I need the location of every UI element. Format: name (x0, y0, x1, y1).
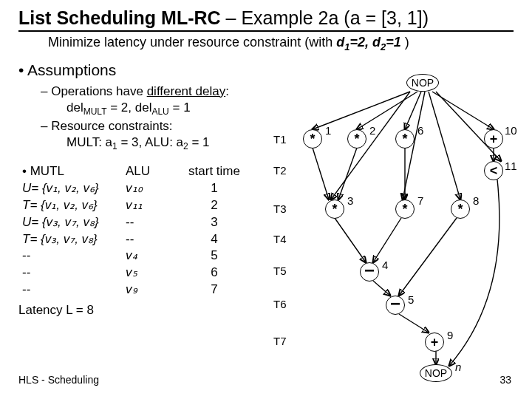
tlabel-6: T6 (273, 298, 287, 310)
svg-line-16 (399, 314, 429, 332)
lbl-10: 10 (505, 124, 517, 137)
svg-line-15 (399, 218, 457, 296)
a2l2c: = 1 (188, 135, 210, 149)
r5c1: -- (22, 265, 126, 282)
tlabel-1: T1 (273, 133, 287, 146)
r2c2: -- (126, 214, 177, 231)
tlabel-4: T4 (273, 233, 287, 245)
nop-bottom: NOP (420, 364, 452, 382)
svg-line-5 (429, 92, 460, 200)
sub-mult: MULT (83, 106, 107, 117)
th-mult: • MUTL (22, 163, 126, 180)
node-2: * (347, 129, 366, 149)
svg-line-12 (335, 218, 366, 262)
svg-line-9 (338, 148, 357, 200)
r0c3: 1 (177, 180, 251, 197)
table-row: U= {v₃, v₇, v₈}--3 (22, 214, 292, 231)
assume-1a: – Operations have (41, 84, 147, 98)
r2c3: 3 (177, 214, 251, 231)
tlabel-2: T2 (273, 164, 287, 177)
node-9: + (425, 332, 444, 352)
dag-edges (281, 74, 525, 384)
footer-left: HLS - Scheduling (18, 374, 99, 386)
table-row: T= {v₁, v₂, v₆}v₁₁2 (22, 197, 292, 214)
tlabel-5: T5 (273, 265, 287, 277)
r5c3: 6 (177, 265, 251, 282)
table-row: T= {v₃, v₇, v₈}--4 (22, 231, 292, 248)
a2l2b: = 3, ALU: a (117, 135, 183, 149)
node-10: + (484, 129, 503, 149)
sub-a2: 2 (183, 141, 188, 151)
node-1: * (303, 129, 322, 149)
svg-line-14 (373, 281, 390, 296)
r4c2: v₄ (126, 248, 177, 265)
subtitle-e: ) (401, 35, 409, 50)
svg-line-8 (313, 148, 329, 200)
page-title: List Scheduling ML-RC – Example 2a (a = … (18, 7, 514, 32)
assumptions-heading: • Assumptions (18, 61, 292, 79)
r4c3: 5 (177, 248, 251, 265)
assume-2: – Resource constraints: (41, 118, 292, 134)
r2c1: U= {v₃, v₇, v₈} (22, 214, 126, 231)
lbl-8: 8 (473, 194, 479, 207)
r4c1: -- (22, 248, 126, 265)
latency-text: Latency L = 8 (18, 303, 292, 318)
dag-diagram: NOP * 1 * 2 * 6 + 10 < 11 * 3 * 7 * 8 − … (281, 74, 525, 384)
r0c1: U= {v₁, v₂, v₆} (22, 180, 126, 197)
table-header: • MUTL ALU start time (22, 163, 292, 180)
r6c2: v₉ (126, 282, 177, 299)
a1l2c: = 1 (169, 100, 191, 115)
title-suffix: – Example 2a (a = [3, 1]) (221, 7, 429, 28)
subtitle-c: =2, d (349, 35, 381, 50)
nop-n: n (455, 361, 461, 373)
table-row: U= {v₁, v₂, v₆}v₁₀1 (22, 180, 292, 197)
r3c3: 4 (177, 231, 251, 248)
r3c2: -- (126, 231, 177, 248)
node-4: − (360, 262, 379, 282)
r0c2: v₁₀ (126, 180, 177, 197)
subtitle-a: Minimize latency under resource constrai… (48, 35, 336, 50)
r1c2: v₁₁ (126, 197, 177, 214)
svg-line-13 (373, 218, 401, 262)
node-8: * (451, 200, 470, 219)
table-row: --v₅6 (22, 265, 292, 282)
r6c3: 7 (177, 282, 251, 299)
page-number: 33 (499, 374, 511, 386)
a1l2b: = 2, del (106, 100, 151, 115)
lbl-2: 2 (369, 124, 375, 137)
node-11: < (484, 161, 503, 180)
node-5: − (386, 296, 405, 315)
th-start: start time (177, 163, 251, 180)
subtitle-d: =1 (386, 35, 401, 50)
assume-2-detail: MULT: a1 = 3, ALU: a2 = 1 (66, 134, 292, 153)
th-alu: ALU (126, 163, 177, 180)
schedule-table: • MUTL ALU start time U= {v₁, v₂, v₆}v₁₀… (22, 163, 292, 299)
tlabel-7: T7 (273, 335, 287, 347)
lbl-1: 1 (325, 124, 331, 137)
node-3: * (325, 200, 344, 219)
r6c1: -- (22, 282, 126, 299)
r1c1: T= {v₁, v₂, v₆} (22, 197, 126, 214)
subtitle-b: d (336, 35, 344, 50)
lbl-4: 4 (382, 259, 388, 271)
lbl-7: 7 (417, 194, 423, 207)
node-7: * (395, 200, 415, 219)
assume-1b: different delay (147, 84, 225, 98)
lbl-9: 9 (447, 329, 453, 341)
r3c1: T= {v₃, v₇, v₈} (22, 231, 126, 248)
subtitle: Minimize latency under resource constrai… (48, 35, 514, 52)
assume-1-detail: delMULT = 2, delALU = 1 (66, 100, 292, 118)
sub-a1: 1 (112, 141, 117, 151)
assume-1: – Operations have different delay: (41, 83, 292, 100)
title-prefix: List Scheduling ML-RC (18, 7, 221, 28)
node-6: * (395, 129, 415, 149)
table-row: --v₄5 (22, 248, 292, 265)
r1c3: 2 (177, 197, 251, 214)
lbl-5: 5 (408, 293, 414, 306)
lbl-11: 11 (505, 160, 517, 172)
lbl-6: 6 (417, 124, 423, 137)
a1l2a: del (66, 100, 83, 115)
table-row: --v₉7 (22, 282, 292, 299)
tlabel-3: T3 (273, 202, 287, 215)
sub-alu: ALU (151, 106, 168, 117)
